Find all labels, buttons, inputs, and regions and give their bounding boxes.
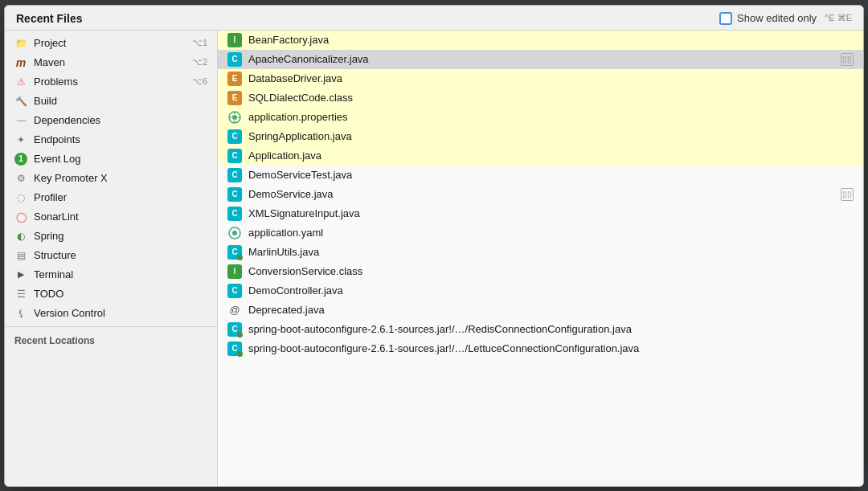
svg-point-1 — [232, 115, 237, 120]
file-row[interactable]: C DemoService.java ▯▯ — [218, 185, 863, 204]
endpoints-icon: ✦ — [14, 133, 27, 146]
shortcut-maven: ⌥2 — [192, 57, 207, 68]
sidebar: 📁Project⌥1mMaven⌥2⚠Problems⌥6🔨Build⸻Depe… — [5, 31, 218, 486]
file-name: DemoService.java — [248, 188, 834, 200]
file-rows: I BeanFactory.java C ApacheCanonicalizer… — [218, 31, 863, 358]
file-name: application.yaml — [248, 227, 854, 239]
sidebar-item-spring[interactable]: ◐Spring — [5, 227, 217, 246]
file-icon-at: @ — [227, 303, 242, 317]
show-edited-wrapper: Show edited only ^E ⌘E — [719, 12, 852, 25]
show-edited-shortcut: ^E ⌘E — [825, 13, 852, 23]
sidebar-item-build[interactable]: 🔨Build — [5, 92, 217, 111]
popup-header: Recent Files Show edited only ^E ⌘E — [5, 6, 863, 31]
profiler-icon: ◌ — [14, 191, 27, 204]
structure-icon: ▤ — [14, 249, 27, 262]
file-icon-cyan: C — [227, 129, 242, 144]
file-row[interactable]: I BeanFactory.java — [218, 31, 863, 50]
sidebar-item-profiler[interactable]: ◌Profiler — [5, 188, 217, 207]
keypromoter-icon: ⚙ — [14, 172, 27, 185]
file-name: DatabaseDriver.java — [248, 72, 854, 84]
maven-icon: m — [14, 56, 27, 69]
folder-icon: 📁 — [14, 37, 27, 50]
recent-locations-label[interactable]: Recent Locations — [5, 330, 217, 350]
spring-icon: ◐ — [14, 230, 27, 243]
file-icon-cyan: C — [227, 149, 242, 163]
file-row[interactable]: C ApacheCanonicalizer.java ▯▯ — [218, 50, 863, 69]
sidebar-items: 📁Project⌥1mMaven⌥2⚠Problems⌥6🔨Build⸻Depe… — [5, 34, 217, 323]
sidebar-item-maven[interactable]: mMaven⌥2 — [5, 53, 217, 72]
file-row[interactable]: @ Deprecated.java — [218, 301, 863, 320]
file-list: I BeanFactory.java C ApacheCanonicalizer… — [218, 31, 863, 486]
sidebar-item-sonarlint[interactable]: ◯SonarLint — [5, 207, 217, 227]
file-row[interactable]: C DemoController.java — [218, 281, 863, 301]
vc-icon: ⚸ — [14, 307, 27, 320]
sidebar-item-todo[interactable]: ☰TODO — [5, 284, 217, 304]
file-row[interactable]: application.yaml — [218, 223, 863, 243]
file-name: application.properties — [248, 111, 854, 123]
sidebar-label-structure: Structure — [34, 249, 76, 261]
shortcut-project: ⌥1 — [192, 38, 207, 48]
file-row[interactable]: application.properties — [218, 108, 863, 127]
file-name: Deprecated.java — [248, 304, 854, 316]
sidebar-label-eventlog: Event Log — [34, 153, 81, 165]
file-row[interactable]: I ConversionService.class — [218, 262, 863, 281]
show-edited-label: Show edited only — [737, 12, 817, 24]
file-icon-cyan-spring: C — [227, 322, 242, 337]
file-name: BeanFactory.java — [248, 34, 854, 46]
shortcut-problems: ⌥6 — [192, 76, 207, 87]
file-icon-green: I — [227, 33, 242, 47]
file-row[interactable]: C XMLSignatureInput.java — [218, 204, 863, 223]
sidebar-item-project[interactable]: 📁Project⌥1 — [5, 34, 217, 53]
sidebar-item-dependencies[interactable]: ⸻Dependencies — [5, 111, 217, 130]
problems-icon: ⚠ — [14, 76, 27, 88]
file-row[interactable]: C DemoServiceTest.java — [218, 166, 863, 185]
show-edited-checkbox[interactable] — [719, 12, 732, 25]
diff-icon: ▯▯ — [841, 188, 854, 201]
sidebar-divider — [5, 326, 217, 327]
file-icon-cyan: C — [227, 52, 242, 67]
diff-icon: ▯▯ — [841, 53, 854, 66]
file-row[interactable]: C SpringApplication.java — [218, 127, 863, 146]
file-row[interactable]: C Application.java — [218, 146, 863, 166]
deps-icon: ⸻ — [14, 114, 27, 127]
build-icon: 🔨 — [14, 95, 27, 108]
file-name: ApacheCanonicalizer.java — [248, 53, 834, 65]
sidebar-item-structure[interactable]: ▤Structure — [5, 246, 217, 265]
header-controls: Show edited only ^E ⌘E — [719, 12, 852, 25]
eventlog-icon: 1 — [14, 153, 27, 166]
file-icon-cyan-spring: C — [227, 342, 242, 356]
popup-content: 📁Project⌥1mMaven⌥2⚠Problems⌥6🔨Build⸻Depe… — [5, 31, 863, 486]
file-name: SQLDialectCode.class — [248, 92, 854, 104]
sidebar-label-maven: Maven — [34, 56, 65, 68]
file-row[interactable]: C spring-boot-autoconfigure-2.6.1-source… — [218, 339, 863, 358]
file-icon-green: I — [227, 264, 242, 279]
sidebar-label-sonarlint: SonarLint — [34, 211, 79, 223]
file-row[interactable]: E SQLDialectCode.class — [218, 88, 863, 108]
sidebar-label-keypromoter: Key Promoter X — [34, 172, 108, 184]
file-icon-orange: E — [227, 72, 242, 86]
sidebar-item-endpoints[interactable]: ✦Endpoints — [5, 130, 217, 149]
file-icon-cyan: C — [227, 168, 242, 182]
sidebar-label-project: Project — [34, 37, 66, 49]
file-name: SpringApplication.java — [248, 130, 854, 142]
terminal-icon: ▶ — [14, 268, 27, 281]
file-icon-cyan: C — [227, 207, 242, 221]
file-name: DemoController.java — [248, 284, 854, 297]
sidebar-item-terminal[interactable]: ▶Terminal — [5, 265, 217, 284]
sidebar-item-versioncontrol[interactable]: ⚸Version Control — [5, 304, 217, 323]
file-name: spring-boot-autoconfigure-2.6.1-sources.… — [248, 342, 854, 354]
sidebar-item-eventlog[interactable]: 1Event Log — [5, 149, 217, 169]
sonarlint-icon: ◯ — [14, 211, 27, 223]
file-row[interactable]: E DatabaseDriver.java — [218, 69, 863, 88]
file-row[interactable]: C MarlinUtils.java — [218, 243, 863, 262]
svg-point-7 — [232, 231, 237, 235]
sidebar-label-versioncontrol: Version Control — [34, 307, 105, 319]
sidebar-label-problems: Problems — [34, 76, 78, 88]
sidebar-label-profiler: Profiler — [34, 191, 67, 203]
file-icon-orange: E — [227, 91, 242, 105]
sidebar-item-keypromoter[interactable]: ⚙Key Promoter X — [5, 169, 217, 188]
sidebar-item-problems[interactable]: ⚠Problems⌥6 — [5, 72, 217, 92]
popup-title: Recent Files — [16, 12, 82, 25]
file-icon-cyan-spring: C — [227, 245, 242, 260]
file-row[interactable]: C spring-boot-autoconfigure-2.6.1-source… — [218, 320, 863, 339]
